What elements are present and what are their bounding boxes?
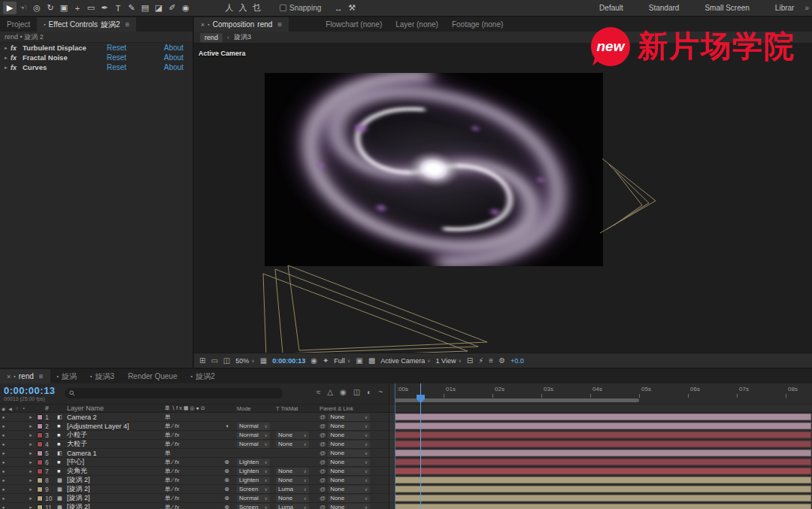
- selection-tool[interactable]: ▶: [3, 2, 17, 14]
- effect-about-link[interactable]: About: [164, 63, 183, 71]
- quality-switch[interactable]: 单: [165, 476, 171, 484]
- expand-arrow-icon[interactable]: ►: [27, 478, 35, 483]
- panel-menu-icon[interactable]: ≡: [126, 20, 130, 29]
- effect-row[interactable]: ► fx Fractal Noise Reset About: [0, 53, 192, 62]
- layer-name[interactable]: [旋涡 2]: [67, 502, 165, 509]
- quality-switch[interactable]: 单: [165, 422, 171, 430]
- preview-time[interactable]: 0:00:00:13: [272, 357, 305, 365]
- layer-row[interactable]: ●►6■[中心]单∕fx⊕Lighten∨@None∨: [0, 458, 389, 467]
- layer-color-swatch[interactable]: [37, 441, 43, 447]
- trkmat-menu[interactable]: None∨: [276, 432, 309, 439]
- layer-duration-bar[interactable]: [395, 441, 811, 447]
- layer-visibility-toggle[interactable]: ●: [0, 505, 7, 509]
- layer-color-swatch[interactable]: [37, 468, 43, 474]
- camera-tool[interactable]: ▣: [57, 2, 71, 14]
- pickwhip-icon[interactable]: @: [320, 495, 326, 501]
- mode-menu[interactable]: Lighten∨: [237, 477, 270, 484]
- motion-blur-switch[interactable]: ⊕: [224, 468, 229, 474]
- parent-menu[interactable]: None∨: [328, 432, 370, 439]
- effect-name[interactable]: Turbulent Displace: [23, 44, 107, 52]
- layer-row[interactable]: ●►4■大粒子单∕fxNormal∨None∨@None∨: [0, 440, 389, 449]
- layer-row[interactable]: ●►3■小粒子单∕fxNormal∨None∨@None∨: [0, 431, 389, 440]
- orbit-camera-tool[interactable]: ↻: [44, 2, 57, 14]
- workspace-librar[interactable]: Librar: [775, 4, 795, 12]
- parent-menu[interactable]: None∨: [328, 495, 370, 502]
- layer-color-swatch[interactable]: [37, 432, 43, 438]
- effects-switch[interactable]: fx: [174, 504, 179, 509]
- pickwhip-icon[interactable]: @: [320, 414, 326, 420]
- type-tool[interactable]: T: [111, 2, 125, 14]
- camera-menu[interactable]: Active Camera∨: [380, 357, 430, 365]
- parent-menu[interactable]: None∨: [328, 504, 370, 509]
- layer-row[interactable]: ●►10▩[旋涡 2]单∕fx⊕Normal∨None∨@None∨: [0, 494, 389, 503]
- layer-name-column-header[interactable]: Layer Name: [67, 404, 165, 412]
- pickwhip-icon[interactable]: @: [320, 423, 326, 429]
- axis-view-icon[interactable]: 乜: [250, 2, 263, 14]
- layer-visibility-toggle[interactable]: ●: [0, 496, 7, 501]
- effect-name[interactable]: Curves: [23, 63, 107, 71]
- transparency-grid-icon[interactable]: ▩: [368, 356, 375, 365]
- draft-3d-icon[interactable]: △: [327, 388, 333, 396]
- work-area-bar[interactable]: [395, 398, 639, 402]
- puppet-pin-tool[interactable]: ◉: [179, 2, 192, 14]
- expand-arrow-icon[interactable]: ►: [27, 433, 35, 438]
- layer-visibility-toggle[interactable]: ●: [0, 478, 7, 483]
- pickwhip-icon[interactable]: @: [320, 432, 326, 438]
- layer-color-swatch[interactable]: [37, 450, 43, 456]
- expand-arrow-icon[interactable]: ►: [27, 496, 35, 501]
- layer-color-swatch[interactable]: [37, 423, 43, 429]
- region-of-interest-icon[interactable]: ▣: [356, 356, 362, 365]
- effects-switch[interactable]: fx: [174, 486, 179, 492]
- mode-menu[interactable]: Normal∨: [237, 423, 270, 430]
- layer-duration-bar[interactable]: [395, 486, 811, 492]
- fast-previews-icon[interactable]: ⚡: [478, 356, 483, 365]
- pickwhip-icon[interactable]: @: [320, 441, 326, 447]
- timeline-tab-4[interactable]: ▪旋涡2: [184, 369, 222, 383]
- expand-arrow-icon[interactable]: ►: [27, 451, 35, 456]
- always-preview-icon[interactable]: ⊞: [199, 356, 205, 365]
- effects-switch[interactable]: fx: [174, 441, 179, 447]
- quality-switch[interactable]: 单: [165, 413, 171, 421]
- panel-menu-icon[interactable]: ≡: [39, 372, 44, 380]
- tab-composition[interactable]: × ▪ Composition rend ≡: [194, 17, 289, 32]
- effect-about-link[interactable]: About: [164, 44, 183, 52]
- quality-switch[interactable]: 单: [165, 440, 171, 448]
- mode-menu[interactable]: Lighten∨: [237, 468, 270, 475]
- layer-visibility-toggle[interactable]: ●: [0, 442, 7, 447]
- mode-menu[interactable]: Normal∨: [237, 441, 270, 448]
- workspace-standard[interactable]: Standard: [649, 4, 680, 12]
- quality-switch[interactable]: 单: [165, 431, 171, 439]
- layer-visibility-toggle[interactable]: ●: [0, 424, 7, 429]
- fit-icon[interactable]: ↔: [332, 2, 345, 14]
- parent-menu[interactable]: None∨: [328, 468, 370, 475]
- main-viewer-icon[interactable]: ▭: [211, 356, 217, 365]
- layer-duration-bar[interactable]: [395, 432, 811, 438]
- quality-switch[interactable]: 单: [165, 449, 171, 457]
- clone-stamp-tool[interactable]: ▤: [138, 2, 152, 14]
- quality-switch[interactable]: 单: [165, 467, 171, 475]
- pickwhip-icon[interactable]: @: [320, 486, 326, 492]
- layer-name[interactable]: Camera 1: [67, 450, 165, 457]
- effect-row[interactable]: ► fx Turbulent Displace Reset About: [0, 43, 192, 53]
- composition-viewer[interactable]: Active Camera: [194, 44, 812, 353]
- layer-name[interactable]: 大粒子: [67, 439, 165, 449]
- expand-arrow-icon[interactable]: ►: [4, 46, 11, 50]
- motion-blur-icon[interactable]: ◐: [367, 388, 371, 396]
- magnification-menu[interactable]: 50%∨: [235, 357, 254, 365]
- mode-menu[interactable]: Normal∨: [237, 432, 270, 439]
- timeline-tab-3[interactable]: Render Queue: [121, 369, 184, 383]
- effect-reset-link[interactable]: Reset: [107, 63, 164, 71]
- mode-menu[interactable]: Screen∨: [237, 486, 270, 493]
- expand-arrow-icon[interactable]: ►: [4, 56, 11, 60]
- parent-menu[interactable]: None∨: [328, 423, 370, 430]
- effect-about-link[interactable]: About: [164, 53, 183, 62]
- pickwhip-icon[interactable]: @: [320, 504, 326, 509]
- layer-name[interactable]: [Adjustment Layer 4]: [67, 423, 165, 430]
- fx-badge-icon[interactable]: fx: [11, 54, 23, 62]
- layer-duration-bar[interactable]: [395, 450, 811, 456]
- layer-visibility-toggle[interactable]: ●: [0, 451, 7, 456]
- trkmat-menu[interactable]: None∨: [276, 477, 309, 484]
- timeline-tab-0[interactable]: ×▪rend≡: [0, 369, 50, 383]
- mode-menu[interactable]: Lighten∨: [237, 459, 270, 466]
- effects-switch[interactable]: fx: [174, 432, 179, 438]
